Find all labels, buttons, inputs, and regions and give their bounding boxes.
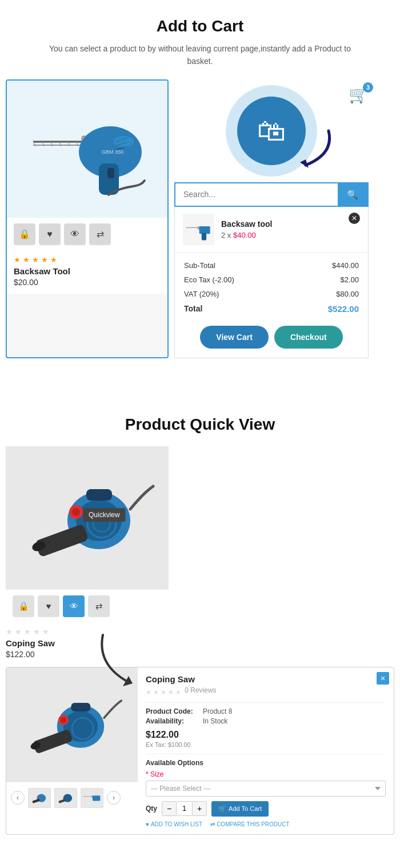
modal-product-name: Coping Saw — [146, 674, 386, 684]
product-price: $20.00 — [14, 278, 161, 287]
product-info: ★ ★ ★ ★ ★ Backsaw Tool $20.00 — [7, 251, 167, 294]
svg-rect-21 — [199, 226, 210, 234]
cart-arrow — [289, 125, 334, 171]
qty-plus-button[interactable]: + — [193, 802, 206, 815]
cart-count: 3 — [363, 82, 373, 93]
drill-svg: GBM 350 — [27, 101, 147, 198]
svg-rect-25 — [34, 523, 89, 557]
quickview-arrow — [91, 629, 149, 686]
add-wishlist-button[interactable]: ♥ ADD TO WISH LIST — [146, 821, 202, 827]
thumb-next-button[interactable]: › — [107, 791, 121, 805]
quickview-modal: × — [6, 667, 394, 835]
svg-rect-22 — [201, 233, 206, 240]
quickview-badge: Quickview — [83, 508, 126, 522]
thumb-2[interactable] — [54, 788, 77, 808]
add-to-cart-button[interactable]: 🛒 Add To Cart — [211, 801, 269, 817]
product-image: GBM 350 — [7, 81, 167, 218]
lock-btn2[interactable]: 🔒 — [13, 595, 34, 617]
svg-marker-32 — [123, 676, 133, 686]
view-button[interactable]: 👁 — [64, 223, 86, 245]
cart-item-name: Backsaw tool — [221, 219, 272, 229]
compare-btn2[interactable]: ⇄ — [88, 595, 110, 617]
svg-point-29 — [72, 508, 80, 516]
svg-rect-13 — [107, 168, 114, 178]
lock-button[interactable]: 🔒 — [14, 223, 35, 245]
compare-button[interactable]: ⇄ COMPARE THIS PRODUCT — [210, 821, 289, 827]
modal-close-button[interactable]: × — [377, 672, 389, 685]
thumb-3[interactable] — [81, 788, 103, 808]
cart-search-bar: 🔍 — [174, 182, 369, 207]
modal-options-title: Available Options — [146, 754, 386, 767]
modal-extra-buttons: ♥ ADD TO WISH LIST ⇄ COMPARE THIS PRODUC… — [146, 821, 386, 827]
svg-rect-45 — [58, 799, 66, 803]
quickview-product-image: Quickview — [6, 446, 169, 589]
cart-icon-area: 🛍 🛒 3 — [174, 79, 369, 182]
cart-popup: 🛍 🛒 3 🔍 — [174, 79, 369, 358]
thumb-prev-button[interactable]: ‹ — [11, 791, 25, 805]
svg-rect-27 — [86, 489, 112, 501]
svg-point-43 — [37, 796, 38, 798]
compare-button[interactable]: ⇄ — [89, 223, 111, 245]
product-stars: ★ ★ ★ ★ ★ — [14, 255, 161, 264]
cart-item: Backsaw tool 2 x $40.00 ✕ — [175, 207, 368, 253]
search-button[interactable]: 🔍 — [338, 183, 367, 206]
modal-size-label: * Size — [146, 770, 386, 778]
modal-inner: ‹ — [6, 667, 394, 834]
section1-subtitle: You can select a product to by without l… — [0, 42, 400, 79]
section2-title: Product Quick View — [0, 398, 400, 441]
cart-buttons: View Cart Checkout — [175, 319, 368, 349]
modal-details: Coping Saw ★ ★ ★ ★ ★ 0 Reviews P — [138, 667, 394, 834]
view-cart-button[interactable]: View Cart — [200, 326, 269, 349]
ecotax-row: Eco Tax (-2.00) $2.00 — [184, 273, 359, 287]
thumb-1[interactable] — [28, 788, 51, 808]
cart-item-info: Backsaw tool 2 x $40.00 — [221, 219, 272, 239]
svg-point-17 — [113, 136, 134, 147]
modal-price: $122.00 — [146, 730, 386, 740]
modal-qty-row: Qty − 1 + 🛒 Add To Cart — [146, 801, 386, 817]
modal-images: ‹ — [6, 667, 138, 834]
cart-dropdown: Backsaw tool 2 x $40.00 ✕ Sub-Total $440… — [174, 207, 369, 358]
modal-size-select[interactable]: --- Please Select --- — [146, 781, 386, 797]
subtotal-row: Sub-Total $440.00 — [184, 258, 359, 273]
qty-control: − 1 + — [162, 801, 207, 816]
wishlist-button[interactable]: ♥ — [39, 223, 61, 245]
product-card: GBM 350 🔒 ♥ 👁 ⇄ ★ — [6, 79, 169, 358]
bag-icon: 🛍 — [257, 114, 286, 147]
modal-meta: Product Code: Product 8 Availability: In… — [146, 702, 386, 725]
modal-price-ex: Ex Tax: $100.00 — [146, 741, 386, 748]
quickview-product-actions: 🔒 ♥ 👁 ⇄ — [6, 589, 169, 623]
search-input[interactable] — [175, 184, 338, 205]
cart-totals: Sub-Total $440.00 Eco Tax (-2.00) $2.00 … — [175, 253, 368, 319]
modal-thumbnails: ‹ — [6, 782, 138, 814]
cart-item-image — [183, 214, 214, 245]
wishlist-btn2[interactable]: ♥ — [38, 595, 59, 617]
quickview-demo: Quickview 🔒 ♥ 👁 ⇄ ★ ★ ★ ★ ★ Coping Saw $… — [0, 441, 400, 852]
product-actions: 🔒 ♥ 👁 ⇄ — [7, 218, 167, 251]
modal-stars: ★ ★ ★ ★ ★ — [146, 689, 181, 696]
qty-minus-button[interactable]: − — [162, 802, 176, 815]
checkout-button[interactable]: Checkout — [274, 326, 343, 349]
svg-point-39 — [61, 717, 67, 723]
modal-reviews: 0 Reviews — [185, 686, 216, 694]
section2: Product Quick View — [0, 375, 400, 863]
cart-badge: 🛒 3 — [349, 85, 369, 104]
product-name: Backsaw Tool — [14, 266, 161, 276]
vat-row: VAT (20%) $80.00 — [184, 287, 359, 301]
qty-value: 1 — [176, 802, 193, 815]
view-btn2[interactable]: 👁 — [63, 595, 85, 617]
svg-rect-48 — [93, 795, 100, 801]
svg-rect-35 — [33, 729, 73, 754]
svg-text:GBM 350: GBM 350 — [102, 149, 123, 155]
total-row: Total $522.00 — [184, 301, 359, 317]
cart-item-remove[interactable]: ✕ — [349, 213, 360, 224]
add-to-cart-demo: GBM 350 🔒 ♥ 👁 ⇄ ★ — [0, 79, 400, 375]
cart-circles: 🛍 — [226, 85, 317, 177]
svg-rect-37 — [71, 703, 91, 711]
cart-item-qty: 2 x $40.00 — [221, 231, 272, 239]
section1-title: Add to Cart — [0, 0, 400, 42]
svg-rect-42 — [32, 799, 40, 803]
